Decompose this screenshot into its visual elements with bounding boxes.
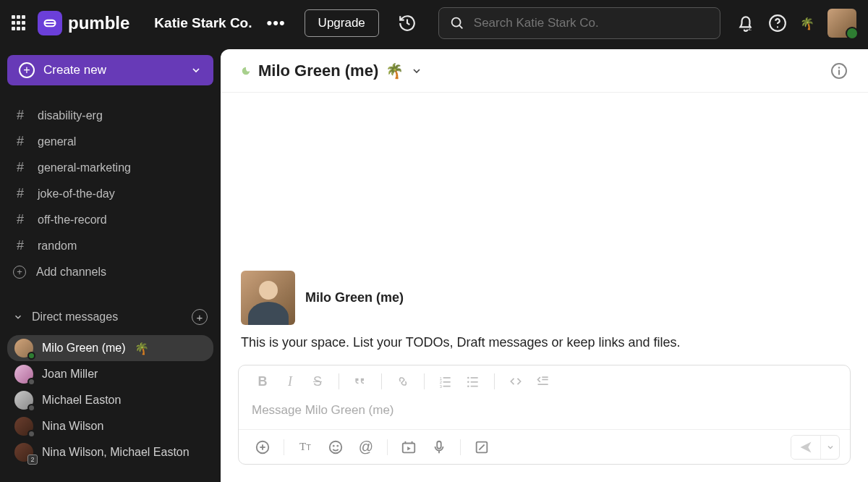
svg-rect-11 <box>443 377 451 379</box>
hash-icon: # <box>13 238 27 253</box>
bold-button[interactable]: B <box>250 371 275 392</box>
chevron-down-icon[interactable] <box>411 65 422 77</box>
svg-rect-21 <box>471 386 478 387</box>
send-options-button[interactable] <box>820 436 839 459</box>
dm-item-group[interactable]: 2 Nina Wilson, Michael Easton <box>7 439 213 465</box>
emoji-button[interactable] <box>322 435 349 460</box>
svg-marker-34 <box>407 447 411 451</box>
chevron-down-icon <box>190 64 202 76</box>
dm-item-self[interactable]: Milo Green (me) 🌴 <box>7 335 213 361</box>
channel-item[interactable]: #off-the-record <box>7 207 213 232</box>
bullet-list-button[interactable] <box>461 371 485 392</box>
svg-rect-17 <box>471 377 478 379</box>
sidebar: + Create new #disability-erg #general #g… <box>0 46 221 482</box>
svg-point-16 <box>467 377 469 379</box>
message-composer: B I S 123 TT @ <box>238 365 851 465</box>
conversation-pane: Milo Green (me) 🌴 Milo Green (me) This i… <box>221 49 868 482</box>
add-dm-button[interactable]: + <box>192 309 208 325</box>
composer-action-bar: TT @ <box>239 429 850 464</box>
message-author-avatar[interactable] <box>241 271 295 325</box>
info-icon[interactable] <box>830 62 848 80</box>
code-button[interactable] <box>503 371 528 392</box>
message-body: This is your space. List your TODOs, Dra… <box>241 335 848 350</box>
send-button[interactable] <box>791 436 820 459</box>
dm-avatar <box>14 365 33 384</box>
hash-icon: # <box>13 186 27 201</box>
svg-point-29 <box>333 445 334 446</box>
plus-icon: + <box>19 62 35 78</box>
svg-point-30 <box>337 445 338 446</box>
dm-avatar <box>14 391 33 410</box>
app-logo-text: pumble <box>68 13 129 33</box>
workspace-more-icon[interactable]: ••• <box>267 14 286 33</box>
audio-button[interactable] <box>425 435 453 460</box>
attach-button[interactable] <box>249 435 276 460</box>
svg-rect-35 <box>437 441 441 448</box>
search-icon <box>449 15 465 31</box>
channel-label: general-marketing <box>38 161 131 174</box>
user-avatar[interactable] <box>827 9 856 38</box>
conversation-title[interactable]: Milo Green (me) <box>258 62 378 80</box>
strikethrough-button[interactable]: S <box>305 371 330 392</box>
dm-section-header[interactable]: Direct messages + <box>7 305 213 329</box>
hash-icon: # <box>13 160 27 175</box>
dm-avatar <box>14 339 33 358</box>
presence-icon <box>241 66 251 76</box>
mention-button[interactable]: @ <box>352 435 380 460</box>
codeblock-button[interactable] <box>531 371 556 392</box>
channel-item[interactable]: #joke-of-the-day <box>7 181 213 206</box>
search-input[interactable] <box>474 16 710 30</box>
dm-label: Michael Easton <box>42 394 121 407</box>
svg-text:3: 3 <box>440 384 442 389</box>
channel-item[interactable]: #general <box>7 129 213 154</box>
top-bar: pumble Katie Stark Co. ••• Upgrade z 🌴 <box>0 0 868 46</box>
add-channels-button[interactable]: +Add channels <box>7 259 213 284</box>
hash-icon: # <box>13 108 27 123</box>
link-button[interactable] <box>391 371 415 392</box>
palm-tree-icon: 🌴 <box>135 342 149 355</box>
status-emoji-icon[interactable]: 🌴 <box>800 17 814 30</box>
workspace-name[interactable]: Katie Stark Co. <box>154 15 252 31</box>
create-new-label: Create new <box>43 63 106 77</box>
channel-item[interactable]: #random <box>7 233 213 258</box>
shortcut-button[interactable] <box>468 435 495 460</box>
app-logo-icon[interactable] <box>38 11 62 35</box>
apps-grid-icon[interactable] <box>12 15 27 31</box>
palm-tree-icon: 🌴 <box>386 62 404 80</box>
help-icon[interactable] <box>768 14 787 33</box>
svg-point-18 <box>467 381 469 384</box>
svg-point-6 <box>777 26 778 28</box>
format-toolbar: B I S 123 <box>239 365 850 397</box>
svg-rect-15 <box>443 386 451 387</box>
plus-icon: + <box>13 266 26 279</box>
create-new-button[interactable]: + Create new <box>7 55 213 85</box>
italic-button[interactable]: I <box>278 371 302 392</box>
dm-item[interactable]: Joan Miller <box>7 361 213 387</box>
svg-rect-9 <box>838 69 840 75</box>
dm-item[interactable]: Nina Wilson <box>7 413 213 439</box>
dm-label: Milo Green (me) <box>42 342 126 355</box>
svg-point-2 <box>451 18 460 27</box>
composer-input[interactable] <box>252 403 837 418</box>
conversation-header: Milo Green (me) 🌴 <box>221 49 868 93</box>
dm-label: Nina Wilson <box>42 420 103 433</box>
channel-item[interactable]: #general-marketing <box>7 155 213 180</box>
channel-item[interactable]: #disability-erg <box>7 103 213 128</box>
add-channels-label: Add channels <box>36 266 106 279</box>
video-button[interactable] <box>395 435 422 460</box>
search-box[interactable] <box>438 7 720 39</box>
upgrade-button[interactable]: Upgrade <box>305 9 379 37</box>
ordered-list-button[interactable]: 123 <box>433 371 458 392</box>
dm-item[interactable]: Michael Easton <box>7 387 213 413</box>
history-icon[interactable] <box>398 14 417 33</box>
channel-label: random <box>38 240 77 253</box>
svg-line-38 <box>479 444 484 449</box>
channel-label: disability-erg <box>38 109 103 122</box>
format-toggle-button[interactable]: TT <box>292 435 319 460</box>
notifications-icon[interactable]: z <box>736 14 755 33</box>
quote-button[interactable] <box>348 371 373 392</box>
chevron-down-icon <box>13 312 23 322</box>
hash-icon: # <box>13 212 27 227</box>
svg-rect-19 <box>471 381 478 383</box>
channel-label: off-the-record <box>38 213 107 227</box>
